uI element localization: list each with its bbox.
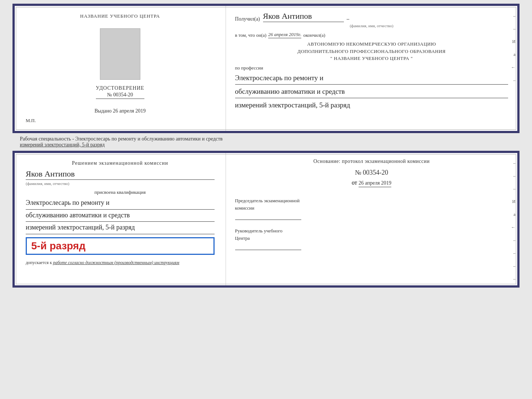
photo-placeholder — [100, 28, 140, 80]
school-name-top: НАЗВАНИЕ УЧЕБНОГО ЦЕНТРА — [80, 13, 160, 19]
okonchil-label: окончил(а) — [303, 32, 325, 38]
cert-number: № 00354-20 — [96, 92, 144, 99]
vert-dash-b5: – — [513, 250, 515, 256]
predsedatel-label: Председатель экзаменационной — [235, 197, 508, 204]
ot-date: 26 апреля 2019 — [359, 180, 391, 187]
razryad-badge: 5-й разряд — [26, 237, 215, 255]
vert-dash-3: – — [513, 78, 515, 83]
rukovoditel-signature-line — [235, 243, 301, 250]
dopuskaetsya-text: работе согласно должностным (производств… — [53, 260, 179, 265]
komissii-label: комиссии — [235, 204, 508, 212]
predsedatel-block: Председатель экзаменационной комиссии — [235, 197, 508, 220]
ot-label: от — [352, 179, 357, 186]
vert-dash-1: – — [513, 13, 515, 19]
udostoverenie-block: УДОСТОВЕРЕНИЕ № 00354-20 — [96, 85, 144, 99]
profession-line3: измерений электростанций, 5-й разряд — [235, 100, 508, 111]
org-line1: АВТОНОМНУЮ НЕКОММЕРЧЕСКУЮ ОРГАНИЗАЦИЮ — [235, 40, 508, 48]
recipient-name: Яков Антипов — [263, 11, 344, 22]
top-cert-right: Получил(а) Яков Антипов – (фамилия, имя,… — [226, 6, 517, 131]
issued-date-value: 26 апреля 2019 — [113, 108, 145, 114]
cert-issued-date: Выдано 26 апреля 2019 — [94, 108, 145, 114]
vert-arrow-b1: ← — [511, 225, 515, 230]
recipient-label: Получил(а) — [235, 16, 260, 22]
bottom-certificate: Решением экзаменационной комиссии Яков А… — [12, 151, 520, 288]
profession-line1: Электрослесарь по ремонту и — [235, 72, 508, 85]
middle-line1: Рабочая специальность - Электрослесарь п… — [20, 136, 223, 142]
vert-a-b1: а — [514, 212, 515, 217]
predsedatel-signature-line — [235, 213, 301, 220]
prisvoena-label: присвоена квалификация — [26, 189, 215, 195]
vert-dash-b1: – — [513, 160, 515, 166]
resheniem-title: Решением экзаменационной комиссии — [26, 160, 215, 166]
ot-date-wrapper: от 26 апреля 2019 — [235, 179, 508, 192]
vert-dash-b4: – — [513, 238, 515, 243]
vert-i-1: И — [512, 39, 515, 44]
po-professii-label: по профессии — [235, 65, 508, 71]
middle-line2: измерений электростанций, 5-й разряд — [20, 142, 105, 147]
org-block: АВТОНОМНУЮ НЕКОММЕРЧЕСКУЮ ОРГАНИЗАЦИЮ ДО… — [235, 40, 508, 62]
bottom-cert-right: Основание: протокол экзаменационной коми… — [226, 153, 517, 285]
osnovanie-title: Основание: протокол экзаменационной коми… — [235, 158, 508, 164]
recipient-sub-label: (фамилия, имя, отчество) — [235, 24, 508, 28]
profession-line2: обслуживанию автоматики и средств — [235, 86, 508, 98]
vert-i-b1: И — [512, 199, 515, 204]
vert-dash-b2: – — [513, 173, 515, 179]
vertical-labels-bottom-right: – – – И а ← – – – – — [511, 160, 515, 282]
vert-arrow-1: ← — [511, 65, 515, 70]
dopuskaetsya-label: допускается к — [26, 260, 52, 265]
vtom-line: в том, что он(а) 26 апреля 2019г. окончи… — [235, 32, 508, 38]
bottom-cert-left: Решением экзаменационной комиссии Яков А… — [15, 153, 226, 285]
vert-dash-b7: – — [513, 276, 515, 282]
tsentra-label: Центра — [235, 235, 508, 242]
bottom-profession-3: измерений электростанций, 5-й разряд — [26, 222, 215, 234]
dopuskaetsya-line: допускается к работе согласно должностны… — [26, 260, 215, 266]
top-cert-left: НАЗВАНИЕ УЧЕБНОГО ЦЕНТРА УДОСТОВЕРЕНИЕ №… — [15, 6, 226, 131]
bottom-profession-2: обслуживанию автоматики и средств — [26, 210, 215, 222]
recipient-line: Получил(а) Яков Антипов – — [235, 11, 508, 22]
document-container: НАЗВАНИЕ УЧЕБНОГО ЦЕНТРА УДОСТОВЕРЕНИЕ №… — [12, 4, 520, 288]
rukovoditel-label: Руководитель учебного — [235, 227, 508, 235]
bottom-recipient-sublabel: (фамилия, имя, отчество) — [26, 181, 215, 186]
vert-dash-b3: – — [513, 186, 515, 192]
org-line2: ДОПОЛНИТЕЛЬНОГО ПРОФЕССИОНАЛЬНОГО ОБРАЗО… — [235, 48, 508, 55]
vert-dash-2: – — [513, 26, 515, 32]
vtom-label: в том, что он(а) — [235, 32, 267, 38]
vert-dash-b6: – — [513, 263, 515, 269]
recipient-dash: – — [347, 16, 349, 22]
bottom-recipient-name: Яков Антипов — [26, 169, 215, 180]
udostoverenie-title: УДОСТОВЕРЕНИЕ — [96, 85, 144, 91]
razryad-badge-text: 5-й разряд — [31, 240, 86, 252]
vydano-label: Выдано — [94, 108, 112, 114]
vertical-labels-top-right: – – И а ← – — [511, 13, 515, 83]
top-certificate: НАЗВАНИЕ УЧЕБНОГО ЦЕНТРА УДОСТОВЕРЕНИЕ №… — [12, 4, 520, 133]
mp-label: М.П. — [26, 118, 36, 124]
vtom-date: 26 апреля 2019г. — [268, 32, 301, 38]
protocol-number: № 00354-20 — [235, 169, 508, 177]
org-line3: " НАЗВАНИЕ УЧЕБНОГО ЦЕНТРА " — [235, 55, 508, 62]
middle-text-block: Рабочая специальность - Электрослесарь п… — [12, 133, 520, 151]
vert-a-1: а — [514, 52, 515, 57]
rukovoditel-block: Руководитель учебного Центра — [235, 227, 508, 250]
bottom-profession-1: Электрослесарь по ремонту и — [26, 197, 215, 210]
